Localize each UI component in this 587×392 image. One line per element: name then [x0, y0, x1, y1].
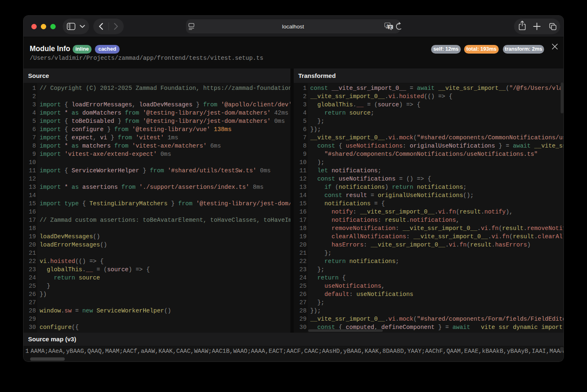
- svg-text:文: 文: [388, 26, 392, 29]
